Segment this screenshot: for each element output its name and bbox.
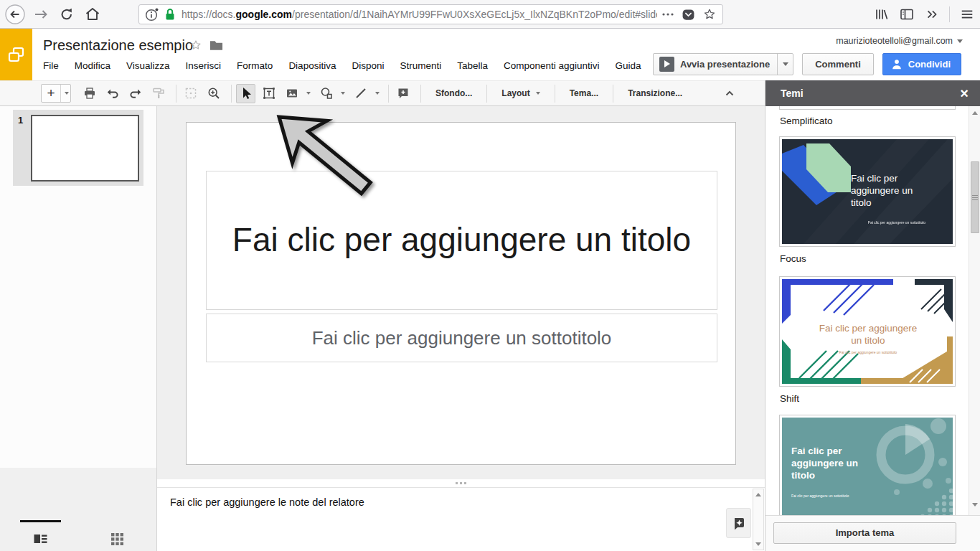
slide-thumbnail-selected[interactable]: 1 — [13, 110, 143, 186]
url-text: https://docs.google.com/presentation/d/1… — [182, 9, 657, 20]
scrollbar-thumb[interactable] — [971, 161, 979, 233]
paint-format-button[interactable] — [149, 84, 168, 103]
menu-inserisci[interactable]: Inserisci — [186, 60, 222, 71]
menu-strumenti[interactable]: Strumenti — [400, 60, 441, 71]
import-theme-button[interactable]: Importa tema — [773, 522, 956, 544]
new-slide-dropdown[interactable] — [60, 85, 70, 102]
splitter-handle-icon — [460, 482, 462, 484]
scroll-up-button[interactable] — [969, 108, 980, 118]
pocket-icon[interactable] — [682, 8, 695, 22]
browser-toolbar: https://docs.google.com/presentation/d/1… — [0, 0, 980, 29]
overflow-chevrons-icon[interactable] — [925, 7, 939, 22]
slide-thumbnail[interactable] — [31, 115, 139, 182]
redo-button[interactable] — [126, 84, 145, 103]
speaker-notes-placeholder[interactable]: Fai clic per aggiungere le note del rela… — [170, 496, 364, 508]
theme-button[interactable]: Tema... — [560, 80, 608, 106]
menu-componenti-aggiuntivi[interactable]: Componenti aggiuntivi — [504, 60, 600, 71]
scroll-down-button[interactable] — [753, 539, 763, 550]
slides-logo[interactable] — [0, 29, 32, 80]
comments-button[interactable]: Commenti — [802, 53, 874, 75]
insert-image-button[interactable] — [282, 84, 301, 103]
subtitle-placeholder[interactable]: Fai clic per aggiungere un sottotitolo — [206, 314, 717, 362]
url-prefix: https://docs. — [182, 9, 235, 20]
back-button[interactable] — [4, 4, 26, 25]
shift-preview-title: Fai clic per aggiungere un titolo — [814, 322, 923, 347]
transition-button[interactable]: Transizione... — [618, 80, 692, 106]
line-dropdown-caret[interactable] — [375, 92, 380, 95]
undo-button[interactable] — [103, 84, 122, 103]
slide-editor[interactable]: Fai clic per aggiungere un titolo Fai cl… — [186, 122, 736, 465]
present-caret-icon — [783, 62, 788, 66]
theme-card-partial[interactable] — [779, 106, 956, 110]
scroll-down-button[interactable] — [969, 499, 980, 510]
site-info-icon[interactable] — [145, 6, 159, 22]
insert-comment-button[interactable] — [393, 84, 413, 103]
print-button[interactable] — [80, 84, 99, 103]
account-menu[interactable]: maurizioteotelloli@gmail.com — [836, 36, 963, 46]
shape-dropdown-caret[interactable] — [341, 92, 345, 95]
home-button[interactable] — [82, 4, 103, 25]
present-options-button[interactable] — [777, 54, 793, 75]
theme-label-semplificato: Semplificato — [780, 116, 833, 126]
title-placeholder[interactable]: Fai clic per aggiungere un titolo — [206, 171, 717, 310]
grid-view-button[interactable] — [103, 529, 131, 548]
filmstrip-view-button[interactable] — [26, 529, 55, 548]
subtitle-placeholder-text: Fai clic per aggiungere un sottotitolo — [312, 327, 612, 349]
document-title[interactable]: Presentazione esempio — [43, 37, 193, 54]
menu-visualizza[interactable]: Visualizza — [126, 60, 170, 71]
insert-shape-button[interactable] — [316, 84, 336, 103]
image-icon — [285, 86, 299, 100]
splitter-handle-icon — [456, 482, 458, 484]
ssl-lock-icon — [164, 7, 176, 22]
print-icon — [83, 86, 97, 100]
theme-card-teal[interactable]: Fai clic per aggiungere un titolo Fai cl… — [779, 415, 956, 515]
redo-icon — [128, 86, 143, 100]
triangle-down-icon — [755, 542, 761, 546]
page-actions-icon[interactable] — [661, 12, 674, 17]
speaker-notes-panel[interactable]: Fai clic per aggiungere le note del rela… — [157, 488, 765, 551]
insert-line-button[interactable] — [351, 84, 370, 103]
layout-button[interactable]: Layout — [491, 80, 550, 106]
reload-button[interactable] — [56, 4, 77, 25]
image-dropdown-caret[interactable] — [306, 92, 311, 95]
scroll-up-button[interactable] — [753, 489, 763, 500]
sidebar-icon[interactable] — [899, 6, 915, 22]
close-panel-button[interactable]: × — [955, 80, 974, 106]
app-header: Presentazione esempio File Modifica Visu… — [0, 29, 980, 80]
menu-disponi[interactable]: Disponi — [352, 60, 384, 71]
toolbar-separator — [176, 85, 176, 103]
theme-card-focus[interactable]: Fai clic per aggiungere un titolo Fai cl… — [779, 136, 956, 247]
notes-splitter[interactable] — [157, 479, 765, 488]
menu-formato[interactable]: Formato — [237, 60, 273, 71]
new-slide-button[interactable]: + — [41, 84, 71, 103]
themes-scrollbar[interactable] — [969, 106, 980, 515]
background-button[interactable]: Sfondo... — [425, 80, 482, 106]
menu-guida[interactable]: Guida — [616, 60, 641, 71]
zoom-button[interactable] — [204, 84, 223, 103]
forward-button[interactable] — [30, 4, 52, 25]
star-document-icon[interactable] — [189, 39, 202, 52]
theme-label-focus: Focus — [780, 253, 806, 264]
explore-button[interactable] — [726, 508, 751, 538]
url-bar[interactable]: https://docs.google.com/presentation/d/1… — [138, 4, 723, 24]
theme-card-shift[interactable]: Fai clic per aggiungere un titolo Fai cl… — [779, 276, 956, 387]
present-button[interactable]: Avvia presentazione — [653, 53, 793, 75]
focus-preview-title: Fai clic per aggiungere un titolo — [851, 172, 924, 209]
layout-caret-icon — [536, 92, 540, 95]
text-box-tool-button[interactable] — [259, 84, 278, 103]
splitter-handle-icon — [464, 482, 466, 484]
menu-diapositiva[interactable]: Diapositiva — [288, 60, 336, 71]
select-tool-button[interactable] — [236, 84, 255, 103]
notes-scrollbar[interactable] — [753, 489, 764, 550]
zoom-fit-button[interactable] — [181, 84, 200, 103]
move-folder-icon[interactable] — [209, 39, 223, 51]
menu-tabella[interactable]: Tabella — [457, 60, 488, 71]
share-button[interactable]: Condividi — [882, 53, 961, 75]
menu-file[interactable]: File — [43, 60, 59, 71]
menu-modifica[interactable]: Modifica — [75, 60, 110, 71]
collapse-toolbar-button[interactable] — [720, 84, 739, 103]
bookmark-star-icon[interactable] — [702, 7, 717, 22]
library-icon[interactable] — [873, 6, 889, 22]
menu-hamburger-icon[interactable] — [960, 7, 974, 22]
teal-preview-title: Fai clic per aggiungere un titolo — [791, 445, 866, 481]
